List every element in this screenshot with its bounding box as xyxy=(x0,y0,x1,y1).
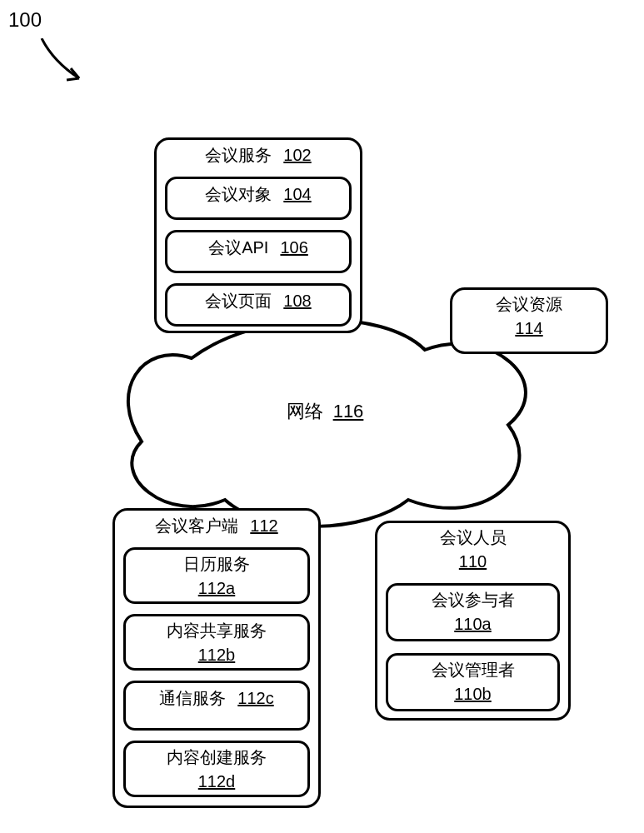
content-create-service-box: 内容创建服务 112d xyxy=(123,741,310,797)
meeting-manager-label: 会议管理者 110b xyxy=(388,656,557,709)
meeting-api-label: 会议API106 xyxy=(167,232,349,262)
meeting-api-box: 会议API106 xyxy=(165,230,352,273)
calendar-service-box: 日历服务 112a xyxy=(123,547,310,604)
content-share-service-box: 内容共享服务 112b xyxy=(123,614,310,671)
calendar-service-label: 日历服务 112a xyxy=(126,550,307,603)
figure-reference: 100 xyxy=(8,8,42,32)
meeting-page-box: 会议页面108 xyxy=(165,283,352,327)
meeting-client-title: 会议客户端112 xyxy=(115,511,318,540)
meeting-client-box: 会议客户端112 日历服务 112a 内容共享服务 112b 通信服务112c … xyxy=(112,508,321,808)
meeting-service-title: 会议服务102 xyxy=(157,140,360,169)
meeting-object-box: 会议对象104 xyxy=(165,177,352,220)
figure-arrow-icon xyxy=(33,38,92,97)
meeting-resource-box: 会议资源 114 xyxy=(450,287,608,354)
meeting-participant-box: 会议参与者 110a xyxy=(386,583,560,641)
meeting-service-box: 会议服务102 会议对象104 会议API106 会议页面108 xyxy=(154,137,362,333)
communication-service-box: 通信服务112c xyxy=(123,681,310,731)
meeting-object-label: 会议对象104 xyxy=(167,179,349,208)
meeting-page-label: 会议页面108 xyxy=(167,286,349,315)
meeting-people-title: 会议人员 110 xyxy=(377,523,568,576)
content-create-service-label: 内容创建服务 112d xyxy=(126,743,307,796)
content-share-service-label: 内容共享服务 112b xyxy=(126,616,307,670)
meeting-people-box: 会议人员 110 会议参与者 110a 会议管理者 110b xyxy=(375,521,571,721)
meeting-participant-label: 会议参与者 110a xyxy=(388,586,557,639)
communication-service-label: 通信服务112c xyxy=(126,683,307,712)
meeting-manager-box: 会议管理者 110b xyxy=(386,653,560,711)
meeting-resource-label: 会议资源 114 xyxy=(452,290,606,343)
network-label: 网络116 xyxy=(287,399,364,424)
